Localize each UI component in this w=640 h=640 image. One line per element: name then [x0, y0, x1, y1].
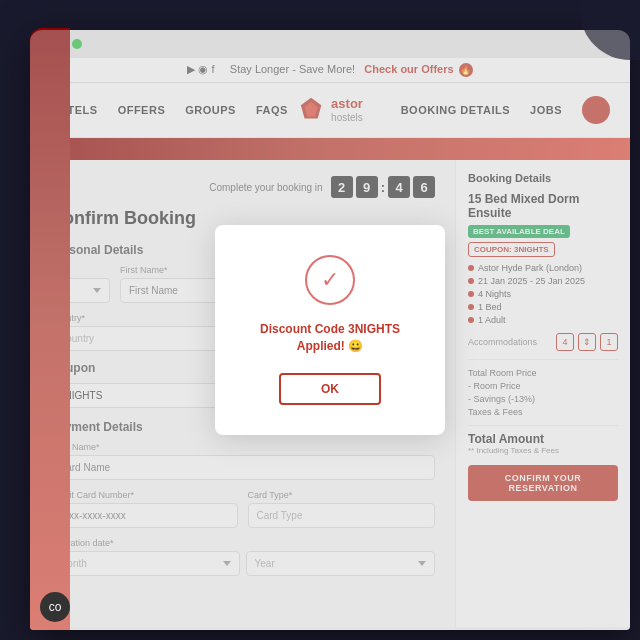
main-content: Complete your booking in 2 9 : 4 6 Confi…: [30, 160, 630, 627]
bottom-left-icon[interactable]: co: [40, 592, 70, 622]
modal-overlay: ✓ Discount Code 3NIGHTS Applied! 😀 OK: [30, 160, 630, 627]
co-icon: co: [49, 600, 62, 614]
modal-check-circle: ✓: [305, 255, 355, 305]
browser-window: ▶ ◉ f Stay Longer - Save More! Check our…: [30, 30, 630, 630]
modal-box: ✓ Discount Code 3NIGHTS Applied! 😀 OK: [215, 225, 445, 435]
check-icon: ✓: [321, 267, 339, 293]
modal-message: Discount Code 3NIGHTS Applied! 😀: [255, 321, 405, 355]
modal-ok-button[interactable]: OK: [279, 373, 381, 405]
